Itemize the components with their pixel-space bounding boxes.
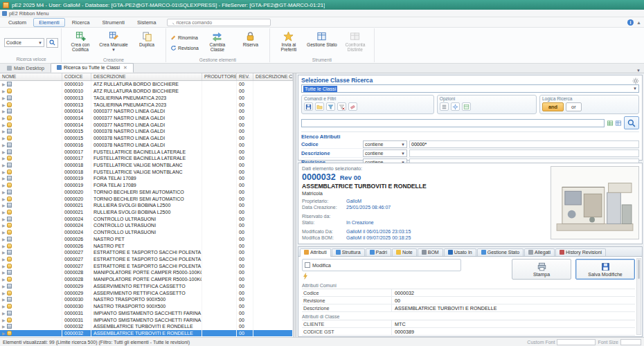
table-row[interactable]: ▶ 0000032 ASSEMBLATRICE TURBOVITI E ROND… [0,323,293,330]
table-row[interactable]: ▶ 0000017 FUSTELLATRICE BACINELLA LATERA… [0,148,293,155]
modifica-checkbox[interactable] [305,262,310,268]
expand-arrow-icon[interactable]: ▶ [2,203,6,208]
expand-arrow-icon[interactable]: ▶ [2,250,6,255]
expand-arrow-icon[interactable]: ▶ [2,244,6,248]
expand-arrow-icon[interactable]: ▶ [2,190,6,194]
detail-tab[interactable]: Note [392,248,417,256]
expand-arrow-icon[interactable]: ▶ [2,217,6,221]
expand-arrow-icon[interactable]: ▶ [2,230,6,235]
gestione-stato-button[interactable]: Gestione Stato [306,29,338,57]
table-row[interactable]: ▶ 0000013 TAGLIERINA PNEUMATICA 2023 00 [0,94,293,101]
table-row[interactable]: ▶ 0000021 RULLIERA SVOLGI BOBINA L2500 0… [0,202,293,209]
detail-tab[interactable]: Struttura [332,248,365,256]
duplica-button[interactable]: Duplica [131,29,163,57]
vertical-scrollbar[interactable] [636,258,641,335]
font-size-input[interactable] [620,339,641,345]
expand-arrow-icon[interactable]: ▶ [2,163,6,167]
expand-arrow-icon[interactable]: ▶ [2,264,6,268]
expand-arrow-icon[interactable]: ▶ [2,331,6,336]
revisiona-button[interactable]: Revisiona [169,44,200,52]
filter-button[interactable] [326,102,335,111]
load-filter-button[interactable] [315,102,324,111]
table-row[interactable]: ▶ 0000026 NASTRO PET 00 [0,236,293,243]
expand-arrow-icon[interactable]: ▶ [2,109,6,113]
table-row[interactable]: ▶ 0000017 FUSTELLATRICE BACINELLA LATERA… [0,155,293,162]
table-row[interactable]: ▶ 0000014 0000377 NASTRO LINEA GALDI 00 [0,108,293,115]
options-settings-button[interactable] [451,102,460,111]
expand-arrow-icon[interactable]: ▶ [2,176,6,181]
table-row[interactable]: ▶ 0000019 FORA TELAI 17089 00 [0,182,293,189]
expand-arrow-icon[interactable]: ▶ [2,257,6,262]
expand-arrow-icon[interactable]: ▶ [2,311,6,316]
command-search[interactable] [167,19,271,26]
expand-arrow-icon[interactable]: ▶ [2,210,6,215]
options-list-button[interactable] [440,102,449,111]
expand-arrow-icon[interactable]: ▶ [2,318,6,322]
expand-arrow-icon[interactable]: ▶ [2,116,6,120]
column-header-nome[interactable]: NOME [0,73,62,80]
table-row[interactable]: ▶ 0000010 ATZ RULLATURA BORDO BICCHIERE … [0,88,293,95]
riserva-button[interactable]: Riserva [235,29,267,57]
tab-list-dropdown-icon[interactable]: ▼ [634,69,643,73]
table-row[interactable]: ▶ 0000024 CONTROLLO ULTRASUONI 00 [0,222,293,229]
table-row[interactable]: ▶ 0000019 FORA TELAI 17089 00 [0,175,293,182]
class-selector[interactable]: Tutte le Classi ▼ [301,84,639,93]
grid-icon[interactable] [607,120,614,127]
detail-tab[interactable]: Padri [366,248,391,256]
info-icon[interactable]: i [627,19,634,26]
expand-arrow-icon[interactable]: ▶ [2,324,6,329]
table-row[interactable]: ▶ 0000018 FUSTELLATRICE VALIGE MONTBLANC… [0,162,293,169]
table-row[interactable]: ▶ 0000030 NASTRO TRASPORTO 900X500 00 [0,296,293,303]
table-row[interactable]: ▶ 0000031 IMPIANTO SMISTAMENTO SACCHETTI… [0,309,293,316]
close-icon[interactable]: ✕ [123,65,127,71]
table-row[interactable]: ▶ 0000013 TAGLIERINA PNEUMATICA 2023 00 [0,101,293,108]
clear-filter-button[interactable] [337,102,346,111]
save-filter-button[interactable] [304,102,313,111]
expand-arrow-icon[interactable]: ▶ [2,143,6,147]
table-row[interactable]: ▶ 0000028 MANIPOLATORE PORTE CAMPER R500… [0,269,293,276]
expand-arrow-icon[interactable]: ▶ [2,82,6,86]
collapse-ribbon-icon[interactable]: ▲ [636,20,641,25]
table-row[interactable]: ▶ 0000020 TORNIO BECHLERI SEMI AUTOMATIC… [0,195,293,202]
expand-arrow-icon[interactable]: ▶ [2,136,6,140]
expand-arrow-icon[interactable]: ▶ [2,89,6,93]
expand-arrow-icon[interactable]: ▶ [2,284,6,289]
invia-ai-preferiti-button[interactable]: Invia ai Preferiti [273,29,305,57]
custom-font-input[interactable] [557,339,596,345]
operator-select[interactable]: contiene▼ [363,149,407,157]
expand-arrow-icon[interactable]: ▶ [2,304,6,309]
expand-arrow-icon[interactable]: ▶ [2,297,6,302]
table-row[interactable]: ▶ 0000024 CONTROLLO ULTRASUONI 00 [0,229,293,236]
quick-edit-icon[interactable] [302,273,309,280]
doc-tab-main-desktop[interactable]: Main Desktop [1,64,50,73]
expand-arrow-icon[interactable]: ▶ [2,122,6,127]
search-value-input[interactable] [301,119,605,127]
table-row[interactable]: ▶ 0000015 0000378 NASTRO LINEA GALDI 00 [0,135,293,142]
tab-ricerca[interactable]: Ricerca [66,18,96,27]
table-row[interactable]: ▶ 0000024 CONTROLLO ULTRASUONI 00 [0,215,293,222]
table-row[interactable]: ▶ 0000014 0000377 NASTRO LINEA GALDI 00 [0,115,293,122]
quick-search-field-select[interactable]: Codice▼ [4,38,44,47]
confronta-distinte-button[interactable]: Confronta Distinte [339,29,371,57]
table-row[interactable]: ▶ 0000031 IMPIANTO SMISTAMENTO SACCHETTI… [0,316,293,323]
detail-tab[interactable]: Allegati [524,248,555,256]
table-row[interactable]: ▶ 0000014 0000377 NASTRO LINEA GALDI 00 [0,121,293,128]
table-row[interactable]: ▶ 0000027 ESTRATTORE E TASPORTO SACCHI P… [0,256,293,263]
table-row[interactable]: ▶ 0000027 ESTRATTORE E TASPORTO SACCHI P… [0,262,293,269]
tab-sistema[interactable]: Sistema [132,18,161,27]
gear-icon[interactable] [632,78,639,84]
expand-arrow-icon[interactable]: ▶ [2,183,6,188]
expand-arrow-icon[interactable]: ▶ [2,223,6,228]
expand-arrow-icon[interactable]: ▶ [2,95,6,100]
table-row[interactable]: ▶ 0000016 0000378 NASTRO LINEA GALDI 00 [0,141,293,148]
table-row[interactable]: ▶ 0000020 TORNIO BECHLERI SEMI AUTOMATIC… [0,189,293,196]
command-search-input[interactable] [176,20,268,25]
column-header-descrizione-cam[interactable]: DESCRIZIONE CAM [253,73,293,80]
expand-arrow-icon[interactable]: ▶ [2,277,6,282]
table-row[interactable]: ▶ 0000021 RULLIERA SVOLGI BOBINA L2500 0… [0,209,293,216]
expand-arrow-icon[interactable]: ▶ [2,237,6,242]
scrollbar-thumb[interactable] [638,260,640,279]
detail-tab[interactable]: Gestione Stato [477,248,524,256]
table-row[interactable]: ▶ 0000028 MANIPOLATORE PORTE CAMPER R500… [0,276,293,283]
logic-or-button[interactable]: or [566,102,582,111]
